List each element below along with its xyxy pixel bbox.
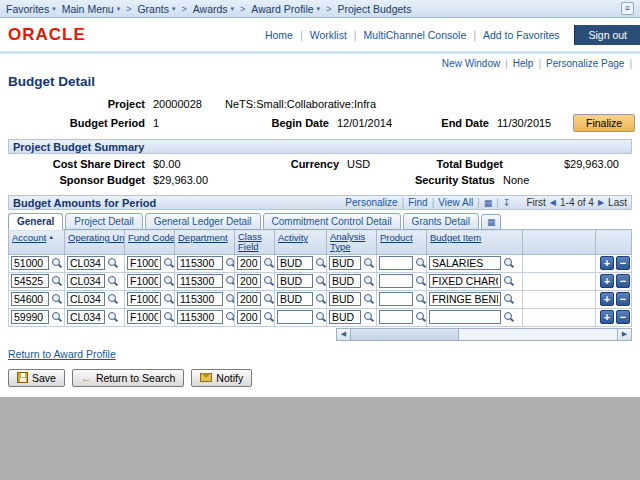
tab-general-ledger-detail[interactable]: General Ledger Detail <box>145 213 261 230</box>
account-input[interactable] <box>11 292 49 306</box>
class-field-input[interactable] <box>237 274 261 288</box>
class-field-input[interactable] <box>237 310 261 324</box>
column-header-class-field[interactable]: Class Field <box>238 231 262 252</box>
product-input[interactable] <box>379 256 413 270</box>
column-header-fund-code[interactable]: Fund Code <box>128 232 175 243</box>
previous-page-icon[interactable]: ◀ <box>550 198 556 207</box>
finalize-button[interactable]: Finalize <box>573 114 635 132</box>
account-input[interactable] <box>11 310 49 324</box>
breadcrumb-favorites[interactable]: Favorites ▾ <box>6 3 56 15</box>
column-header-budget-item[interactable]: Budget Item <box>430 232 481 243</box>
analysis-type-input[interactable] <box>329 274 361 288</box>
account-input[interactable] <box>11 274 49 288</box>
home-link[interactable]: Home <box>265 29 293 41</box>
help-link[interactable]: Help <box>513 58 534 69</box>
lookup-icon[interactable] <box>363 257 375 269</box>
operating-unit-input[interactable] <box>67 256 105 270</box>
lookup-icon[interactable] <box>163 257 175 269</box>
delete-row-button[interactable]: − <box>616 310 630 324</box>
lookup-icon[interactable] <box>51 275 63 287</box>
lookup-icon[interactable] <box>503 275 515 287</box>
lookup-icon[interactable] <box>107 257 119 269</box>
add-row-button[interactable]: + <box>600 292 614 306</box>
column-header-analysis-type[interactable]: Analysis Type <box>330 231 365 252</box>
lookup-icon[interactable] <box>163 311 175 323</box>
lookup-icon[interactable] <box>363 275 375 287</box>
scrollbar-thumb[interactable] <box>351 329 459 340</box>
breadcrumb-main-menu[interactable]: Main Menu ▾ <box>62 3 120 15</box>
lookup-icon[interactable] <box>225 293 235 305</box>
lookup-icon[interactable] <box>51 311 63 323</box>
breadcrumb-award-profile[interactable]: Award Profile ▾ <box>251 3 320 15</box>
save-button[interactable]: Save <box>8 369 65 387</box>
budget-item-input[interactable] <box>429 256 501 270</box>
tab-project-detail[interactable]: Project Detail <box>65 213 142 230</box>
scroll-left-icon[interactable]: ◀ <box>337 329 351 340</box>
lookup-icon[interactable] <box>503 293 515 305</box>
fund-code-input[interactable] <box>127 256 161 270</box>
horizontal-scrollbar[interactable]: ◀ ▶ <box>336 328 632 341</box>
department-input[interactable] <box>177 274 223 288</box>
return-to-award-profile-link[interactable]: Return to Award Profile <box>8 348 116 360</box>
lookup-icon[interactable] <box>315 257 327 269</box>
activity-input[interactable] <box>277 274 313 288</box>
analysis-type-input[interactable] <box>329 256 361 270</box>
lookup-icon[interactable] <box>415 257 427 269</box>
lookup-icon[interactable] <box>163 293 175 305</box>
lookup-icon[interactable] <box>107 275 119 287</box>
personalize-link[interactable]: Personalize <box>345 197 397 208</box>
lookup-icon[interactable] <box>415 293 427 305</box>
budget-item-input[interactable] <box>429 292 501 306</box>
next-page-icon[interactable]: ▶ <box>598 198 604 207</box>
product-input[interactable] <box>379 292 413 306</box>
fund-code-input[interactable] <box>127 292 161 306</box>
tab-commitment-control-detail[interactable]: Commitment Control Detail <box>263 213 401 230</box>
lookup-icon[interactable] <box>163 275 175 287</box>
worklist-link[interactable]: Worklist <box>310 29 347 41</box>
column-header-activity[interactable]: Activity <box>278 232 308 243</box>
lookup-icon[interactable] <box>51 257 63 269</box>
lookup-icon[interactable] <box>263 257 275 269</box>
scroll-right-icon[interactable]: ▶ <box>617 329 631 340</box>
breadcrumb-awards[interactable]: Awards ▾ <box>193 3 234 15</box>
lookup-icon[interactable] <box>315 293 327 305</box>
sign-out-button[interactable]: Sign out <box>574 25 640 45</box>
lookup-icon[interactable] <box>263 275 275 287</box>
lookup-icon[interactable] <box>315 311 327 323</box>
activity-input[interactable] <box>277 310 313 324</box>
zoom-grid-icon[interactable]: ▦ <box>484 198 493 208</box>
lookup-icon[interactable] <box>225 257 235 269</box>
tab-general[interactable]: General <box>8 213 63 230</box>
download-icon[interactable]: ↧ <box>503 198 511 208</box>
delete-row-button[interactable]: − <box>616 256 630 270</box>
column-header-department[interactable]: Department <box>178 232 228 243</box>
lookup-icon[interactable] <box>263 311 275 323</box>
product-input[interactable] <box>379 274 413 288</box>
lookup-icon[interactable] <box>263 293 275 305</box>
lookup-icon[interactable] <box>363 293 375 305</box>
multichannel-console-link[interactable]: MultiChannel Console <box>364 29 467 41</box>
analysis-type-input[interactable] <box>329 292 361 306</box>
add-to-favorites-link[interactable]: Add to Favorites <box>483 29 559 41</box>
department-input[interactable] <box>177 256 223 270</box>
lookup-icon[interactable] <box>107 311 119 323</box>
account-input[interactable] <box>11 256 49 270</box>
lookup-icon[interactable] <box>51 293 63 305</box>
breadcrumb-grants[interactable]: Grants ▾ <box>137 3 175 15</box>
activity-input[interactable] <box>277 256 313 270</box>
budget-item-input[interactable] <box>429 274 501 288</box>
view-all-link[interactable]: View All <box>438 197 473 208</box>
operating-unit-input[interactable] <box>67 310 105 324</box>
delete-row-button[interactable]: − <box>616 274 630 288</box>
add-row-button[interactable]: + <box>600 274 614 288</box>
lookup-icon[interactable] <box>415 275 427 287</box>
column-header-account[interactable]: Account <box>12 232 46 243</box>
lookup-icon[interactable] <box>225 275 235 287</box>
activity-input[interactable] <box>277 292 313 306</box>
add-row-button[interactable]: + <box>600 256 614 270</box>
show-all-columns-tab[interactable]: ▦ <box>481 214 502 230</box>
budget-item-input[interactable] <box>429 310 501 324</box>
lookup-icon[interactable] <box>503 257 515 269</box>
class-field-input[interactable] <box>237 256 261 270</box>
lookup-icon[interactable] <box>225 311 235 323</box>
